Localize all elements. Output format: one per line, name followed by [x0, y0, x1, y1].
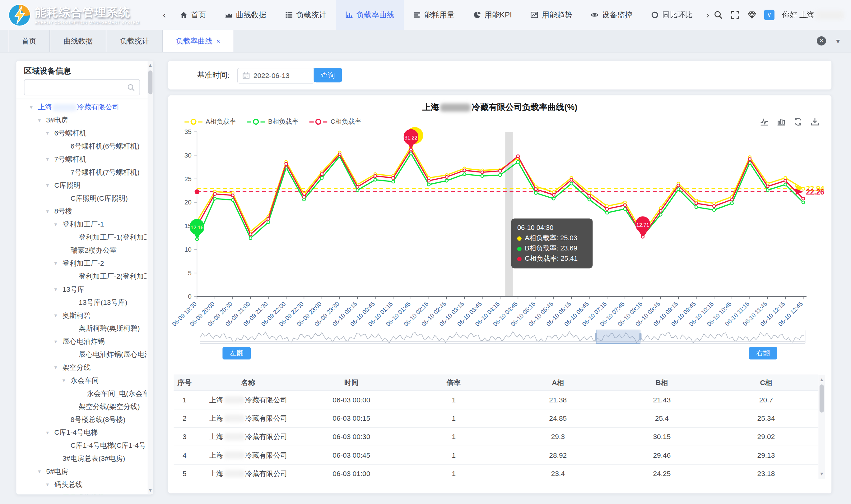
table-header-cell: 时间: [301, 375, 402, 390]
tree-search-input[interactable]: [24, 84, 127, 91]
tree-expand-icon[interactable]: ▾: [54, 361, 57, 374]
tree-item[interactable]: ▾5#电房: [16, 465, 146, 478]
datazoom-slider[interactable]: [200, 330, 805, 344]
date-picker[interactable]: 2022-06-13: [237, 68, 315, 84]
tree-expand-icon[interactable]: ▾: [54, 257, 57, 270]
tree-expand-icon[interactable]: ▾: [54, 283, 57, 296]
datazoom-handle-right[interactable]: [639, 333, 641, 340]
scroll-down-icon[interactable]: ▼: [148, 488, 153, 493]
scrollbar-thumb[interactable]: [148, 71, 152, 94]
tab-label: 负载率曲线: [176, 36, 212, 46]
datazoom-window[interactable]: [596, 330, 640, 344]
tree-item[interactable]: ▾上海冷藏有限公司: [16, 101, 146, 114]
tree-expand-icon[interactable]: ▾: [54, 309, 57, 322]
tree-item[interactable]: ▾永会车间: [16, 374, 146, 387]
nav-item[interactable]: 能耗用量: [404, 0, 464, 30]
tree-item[interactable]: ▾奥斯柯碧: [16, 309, 146, 322]
tree-item[interactable]: 3#电房总表(3#电房): [16, 452, 146, 465]
tree-expand-icon[interactable]: ▾: [38, 465, 41, 478]
tab[interactable]: 曲线数据: [50, 30, 106, 52]
svg-text:25: 25: [185, 175, 192, 182]
tree-item[interactable]: 登利加工厂-1(登利加工: [16, 231, 146, 244]
page-left-button[interactable]: 左翻: [222, 347, 251, 360]
table-scrollbar[interactable]: ▲ ▼: [818, 375, 825, 479]
fullscreen-icon[interactable]: [730, 10, 740, 20]
nav-item[interactable]: 同比环比: [642, 0, 702, 30]
tree-item[interactable]: ▾3#电房: [16, 114, 146, 127]
tree-expand-icon[interactable]: ▾: [46, 153, 49, 166]
tree-item[interactable]: ▾C库照明: [16, 179, 146, 192]
search-icon[interactable]: [127, 83, 135, 91]
nav-item[interactable]: 负载率曲线: [336, 0, 404, 30]
tree-item[interactable]: ▾C库1-4号电梯: [16, 426, 146, 439]
nav-scroll-left-icon[interactable]: ‹: [159, 10, 171, 20]
tree-item[interactable]: 7号螺杆机(7号螺杆机): [16, 166, 146, 179]
tree-item[interactable]: ▾辰心电油炸锅: [16, 335, 146, 348]
tab[interactable]: 负载统计: [106, 30, 163, 52]
tree-item[interactable]: 瑞蒙2楼办公室: [16, 244, 146, 257]
nav-item[interactable]: 首页: [170, 0, 215, 30]
tree-item[interactable]: ▾码头总线: [16, 478, 146, 491]
scrollbar-thumb[interactable]: [820, 384, 824, 413]
tree-expand-icon[interactable]: ▾: [38, 114, 41, 127]
chevron-down-icon[interactable]: ▼: [835, 37, 841, 45]
cell-name: 上海冷藏有限公司: [195, 391, 301, 409]
tree-item[interactable]: ▾登利加工厂-2: [16, 257, 146, 270]
query-button[interactable]: 查询: [314, 68, 342, 82]
nav-scroll-right-icon[interactable]: ›: [702, 10, 714, 20]
tree-item[interactable]: 永会车间_电(永会车: [16, 387, 146, 400]
user-greeting[interactable]: 你好 上海: [782, 10, 844, 20]
tooltip-time: 06-10 04:30: [517, 223, 587, 233]
nav-item[interactable]: 用能趋势: [521, 0, 581, 30]
tree-item[interactable]: 奥斯柯碧(奥斯柯碧): [16, 322, 146, 335]
gem-icon[interactable]: [747, 10, 757, 20]
tab[interactable]: 负载率曲线×: [163, 30, 233, 52]
scroll-down-icon[interactable]: ▼: [818, 471, 825, 476]
tree-item[interactable]: C库照明(C库照明): [16, 192, 146, 205]
tree-item[interactable]: C库1-4号电梯(C库1-4号: [16, 439, 146, 452]
svg-text:0: 0: [188, 293, 192, 300]
tree-item[interactable]: 登利加工厂-2(登利加工: [16, 270, 146, 283]
tree-expand-icon[interactable]: ▾: [63, 374, 65, 387]
tree-item[interactable]: 6号螺杆机(6号螺杆机): [16, 140, 146, 153]
tab[interactable]: 首页: [8, 30, 50, 52]
tree-item[interactable]: ▾登利加工厂-1: [16, 218, 146, 231]
language-dropdown[interactable]: ∨: [764, 10, 775, 20]
chart-tooltip: 06-10 04:30 A相负载率: 25.03B相负载率: 23.69C相负载…: [511, 218, 593, 268]
tree-item[interactable]: ▾架空分线: [16, 361, 146, 374]
tree-item[interactable]: ▾8号楼: [16, 205, 146, 218]
top-navbar: 能耗综合管理系统 ENERGY CONSUMPTION MANAGEMENT S…: [0, 0, 851, 30]
tree-expand-icon[interactable]: ▾: [54, 335, 57, 348]
tree-item[interactable]: ▾同月码头堆场: [16, 491, 146, 494]
page-right-button[interactable]: 右翻: [749, 347, 777, 360]
close-all-tabs-icon[interactable]: ✕: [817, 36, 826, 46]
tree-item[interactable]: ▾7号螺杆机: [16, 153, 146, 166]
nav-item[interactable]: 曲线数据: [215, 0, 276, 30]
tree-expand-icon[interactable]: ▾: [54, 491, 57, 494]
tree-item[interactable]: 架空分线(架空分线): [16, 400, 146, 413]
tree-expand-icon[interactable]: ▾: [46, 179, 49, 192]
tree-item[interactable]: 8号楼总线(8号楼): [16, 413, 146, 426]
scroll-up-icon[interactable]: ▲: [818, 377, 825, 382]
nav-item[interactable]: 负载统计: [276, 0, 336, 30]
tree-item[interactable]: ▾13号库: [16, 283, 146, 296]
tree-item[interactable]: ▾6号螺杆机: [16, 127, 146, 140]
tree-expand-icon[interactable]: ▾: [46, 205, 49, 218]
sidebar-scrollbar[interactable]: ▲ ▼: [148, 60, 153, 494]
nav-item[interactable]: 用能KPI: [464, 0, 521, 30]
search-icon[interactable]: [713, 10, 723, 20]
nav-item[interactable]: 设备监控: [581, 0, 642, 30]
tree-expand-icon[interactable]: ▾: [46, 478, 49, 491]
table-header: 序号名称时间倍率A相B相C相: [174, 375, 818, 391]
cell-b: 29.46: [610, 446, 713, 464]
tree-expand-icon[interactable]: ▾: [54, 218, 57, 231]
scroll-up-icon[interactable]: ▲: [148, 62, 153, 68]
tree-item[interactable]: 13号库(13号库): [16, 296, 146, 309]
tree-item[interactable]: 辰心电油炸锅(辰心电油: [16, 348, 146, 361]
cell-name: 上海冷藏有限公司: [195, 465, 301, 479]
datazoom-handle-left[interactable]: [595, 333, 597, 340]
tree-expand-icon[interactable]: ▾: [30, 101, 33, 114]
tree-expand-icon[interactable]: ▾: [46, 426, 49, 439]
tab-close-icon[interactable]: ×: [216, 37, 220, 45]
tree-expand-icon[interactable]: ▾: [46, 127, 49, 140]
